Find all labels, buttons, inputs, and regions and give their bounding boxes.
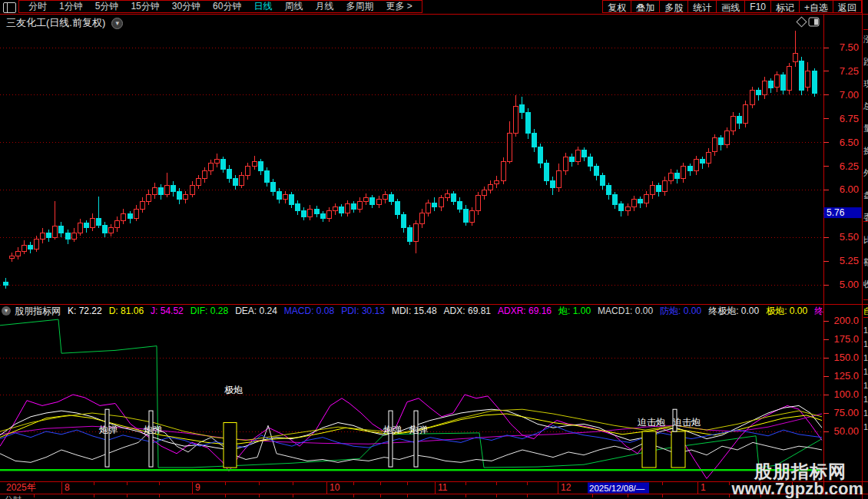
- indicator-value-15: 极炮: 0.00: [766, 306, 807, 316]
- candle-body: [557, 171, 562, 188]
- period-tab-5[interactable]: 60分钟: [207, 0, 247, 13]
- price-axis-label: 5.50: [840, 231, 859, 243]
- candle-body: [196, 179, 200, 186]
- period-tab-6[interactable]: 日线: [247, 0, 278, 13]
- indicator-value-9: ADX: 69.81: [444, 306, 491, 316]
- indicator-axis-label: 150.0: [833, 352, 859, 363]
- month-label: 11: [438, 482, 448, 493]
- diamond-icon[interactable]: [797, 17, 807, 27]
- indicator-line-pao-green-step: [0, 319, 822, 468]
- candle-body: [171, 185, 176, 192]
- period-tab-0[interactable]: 分时: [22, 0, 53, 13]
- watermark-url: www.7gpzb.com: [731, 481, 863, 497]
- period-tab-7[interactable]: 周线: [278, 0, 309, 13]
- panel-toggle-icon[interactable]: [3, 2, 16, 13]
- date-tag-text: 2025/12/08/—: [589, 484, 645, 493]
- candle-body: [669, 173, 674, 180]
- candle-body: [208, 164, 213, 171]
- indicator-value-7: PDI: 30.13: [341, 306, 385, 316]
- candle-body: [302, 211, 306, 216]
- price-axis-label: 5.00: [840, 279, 859, 290]
- candle-body: [482, 190, 487, 195]
- trading-app-window: 分时1分钟5分钟15分钟30分钟60分钟日线周线月线多周期更多 > 复权叠加多股…: [0, 0, 868, 499]
- strip-divider: [863, 29, 868, 30]
- period-tab-4[interactable]: 30分钟: [166, 0, 207, 13]
- candle-body: [121, 213, 126, 220]
- period-tab-2[interactable]: 5分钟: [89, 0, 125, 13]
- period-tab-10[interactable]: 更多 >: [379, 0, 418, 13]
- indicator-value-5: DEA: 0.24: [235, 306, 277, 316]
- signal-label: 迫击炮: [638, 417, 665, 428]
- toolbar-button-6[interactable]: 标记: [770, 0, 800, 13]
- candle-body: [352, 204, 356, 209]
- candle-body: [376, 200, 381, 204]
- indicator-axis-label: 125.0: [833, 370, 859, 382]
- candle-body: [712, 137, 717, 152]
- candle-body: [258, 161, 263, 170]
- candle-body: [165, 185, 170, 194]
- title-chevron-down-icon[interactable]: ▾: [111, 18, 123, 29]
- candle-body: [700, 160, 704, 164]
- candle-body: [234, 179, 238, 186]
- toolbar-button-1[interactable]: 叠加: [631, 0, 660, 13]
- price-axis-label: 6.50: [840, 137, 859, 148]
- candle-body: [744, 104, 748, 124]
- candle-body: [270, 183, 275, 192]
- candle-body: [3, 282, 8, 285]
- candle-body: [675, 173, 680, 178]
- candle-body: [613, 195, 618, 204]
- period-tab-3[interactable]: 15分钟: [124, 0, 165, 13]
- candle-body: [631, 200, 636, 207]
- indicator-chevron-down-icon[interactable]: ▾: [2, 306, 11, 316]
- strip-divider: [863, 317, 868, 318]
- period-tab-8[interactable]: 月线: [309, 0, 340, 13]
- candle-body: [545, 164, 549, 180]
- candle-body: [694, 160, 698, 171]
- toolbar-button-2[interactable]: 多股: [659, 0, 688, 13]
- candle-body: [28, 245, 32, 249]
- chart-title-row: 三友化工(日线.前复权) ▾: [6, 16, 123, 30]
- candle-body: [109, 228, 114, 233]
- toolbar-button-8[interactable]: 返回: [833, 0, 862, 13]
- indicator-axis-label: 100.0: [833, 388, 859, 400]
- toolbar-button-7[interactable]: +自选: [799, 0, 833, 13]
- candle-body: [725, 131, 730, 144]
- indicator-baseline: [0, 469, 822, 471]
- candle-body: [420, 213, 425, 224]
- candle-body: [190, 185, 194, 194]
- candle-body: [687, 167, 692, 171]
- sidebar-edge-digit: 1: [863, 408, 868, 418]
- toolbar-button-5[interactable]: F10: [744, 0, 771, 13]
- candle-body: [326, 211, 331, 219]
- toolbar-button-3[interactable]: 统计: [687, 0, 717, 13]
- indicator-value-14: 终极炮: 0.00: [708, 306, 759, 316]
- period-tab-9[interactable]: 多周期: [340, 0, 379, 13]
- candle-body: [638, 200, 642, 203]
- period-tab-1[interactable]: 1分钟: [53, 0, 89, 13]
- candle-body: [252, 161, 257, 166]
- signal-label: 炮弹: [409, 425, 428, 435]
- sidebar-edge-glyph: 收: [863, 279, 868, 290]
- candle-body: [601, 176, 605, 185]
- month-label: 10: [330, 482, 340, 493]
- signal-bar-white: [414, 411, 418, 467]
- candle-body: [432, 203, 437, 207]
- sidebar-edge-digit: 1: [863, 367, 868, 376]
- sidebar-edge-glyph: 总: [863, 101, 868, 112]
- price-axis-label: 6.00: [840, 183, 859, 195]
- indicator-header: ▾ 股朋指标网K: 72.22D: 81.06J: 54.52DIF: 0.28…: [2, 306, 823, 316]
- candle-body: [781, 75, 786, 91]
- indicator-axis-label: 75.00: [833, 407, 859, 418]
- toolbar-button-0[interactable]: 复权: [602, 0, 631, 13]
- candle-body: [364, 197, 369, 201]
- strip-divider: [863, 299, 868, 300]
- sidebar-edge-digit: 1: [863, 381, 868, 390]
- chart-canvas[interactable]: 极炮炮弹炮弹炮弹炮弹迫击炮迫击炮7.507.257.006.756.506.25…: [0, 0, 868, 499]
- candle-body: [333, 207, 337, 211]
- signal-bar-white: [389, 411, 393, 467]
- candle-body: [507, 133, 512, 161]
- signal-label: 极炮: [224, 385, 243, 395]
- sidebar-edge-digit: 1: [863, 326, 868, 335]
- toolbar-button-4[interactable]: 画线: [716, 0, 745, 13]
- candle-body: [470, 211, 475, 223]
